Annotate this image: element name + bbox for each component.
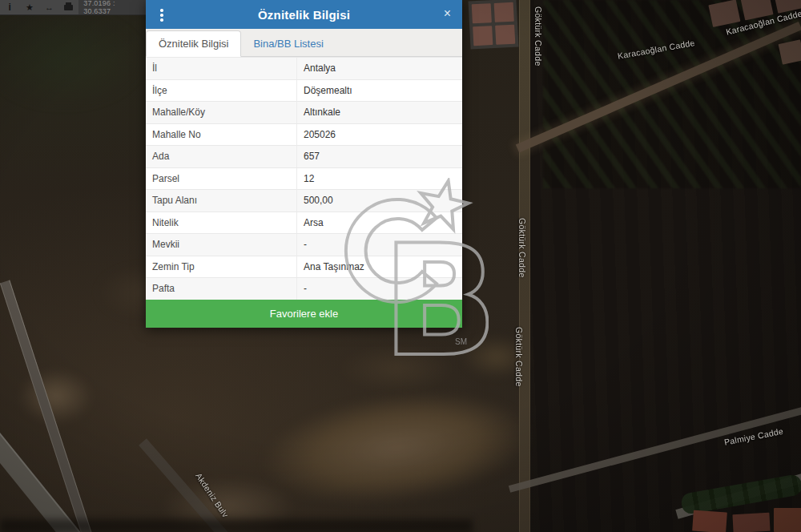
attribute-row: Parsel 12 [146, 167, 462, 190]
measure-icon[interactable]: ↔ [39, 0, 59, 14]
dialog-title: Öznitelik Bilgisi [258, 8, 350, 22]
attribute-value: 657 [296, 146, 462, 167]
road-label: Göktürk Cadde [517, 218, 527, 278]
attribute-value: Altınkale [296, 102, 462, 123]
attribute-row: Mevkii - [146, 233, 462, 256]
tab-oznitelik-bilgisi[interactable]: Öznitelik Bilgisi [146, 30, 241, 57]
attribute-row: İl Antalya [146, 57, 462, 79]
attribute-value: 12 [296, 168, 462, 190]
road-label: Göktürk Cadde [533, 6, 543, 66]
app-window: Göktürk Cadde Göktürk Cadde Göktürk Cadd… [0, 0, 801, 532]
print-icon[interactable] [59, 0, 79, 14]
attribute-label: Pafta [146, 278, 296, 300]
attribute-value: Antalya [296, 58, 462, 79]
attribute-label: Mahalle No [146, 124, 296, 146]
attribute-value: - [296, 234, 462, 256]
tab-bina-bb-listesi[interactable]: Bina/BB Listesi [241, 31, 335, 56]
attribute-label: Nitelik [146, 212, 296, 234]
attribute-row: Zemin Tip Ana Taşınmaz [146, 256, 462, 278]
attribute-value: Ana Taşınmaz [296, 256, 462, 278]
attribute-label: Zemin Tip [146, 256, 296, 278]
attribute-label: İl [146, 58, 296, 79]
attribute-label: Tapu Alanı [146, 190, 296, 212]
attribute-value: 205026 [296, 124, 462, 146]
attribute-label: Parsel [146, 168, 296, 190]
attribute-row: Nitelik Arsa [146, 212, 462, 234]
dialog-header: Öznitelik Bilgisi × [146, 0, 462, 29]
close-icon[interactable]: × [441, 6, 454, 22]
attribute-info-dialog: Öznitelik Bilgisi × Öznitelik Bilgisi Bi… [146, 0, 462, 328]
attribute-row: Pafta - [146, 277, 462, 300]
kebab-menu-icon[interactable] [159, 7, 165, 23]
attribute-value: 500,00 [296, 190, 462, 212]
info-icon[interactable]: i [0, 0, 20, 14]
favorite-star-icon[interactable]: ★ [20, 0, 40, 14]
attribute-label: Mevkii [146, 234, 296, 256]
attribute-label: Ada [146, 146, 296, 167]
dialog-tabs: Öznitelik Bilgisi Bina/BB Listesi [146, 29, 462, 57]
coordinates-readout: 37.0196 : 30.6337 [78, 0, 146, 14]
printer-glyph [64, 5, 73, 10]
attribute-value: Arsa [296, 212, 462, 234]
attribute-value: Döşemealtı [296, 80, 462, 102]
attribute-table: İl Antalya İlçe Döşemealtı Mahalle/Köy A… [146, 57, 462, 300]
attribute-row: Mahalle/Köy Altınkale [146, 101, 462, 123]
attribute-row: İlçe Döşemealtı [146, 79, 462, 102]
attribute-value: - [296, 278, 462, 300]
road-label: Göktürk Cadde [514, 327, 524, 387]
attribute-label: İlçe [146, 80, 296, 102]
add-to-favorites-button[interactable]: Favorilere ekle [146, 300, 462, 328]
map-toolbar: i ★ ↔ 37.0196 : 30.6337 [0, 0, 146, 15]
attribute-row: Tapu Alanı 500,00 [146, 189, 462, 212]
attribute-label: Mahalle/Köy [146, 102, 296, 123]
attribute-row: Mahalle No 205026 [146, 123, 462, 146]
attribute-row: Ada 657 [146, 145, 462, 167]
